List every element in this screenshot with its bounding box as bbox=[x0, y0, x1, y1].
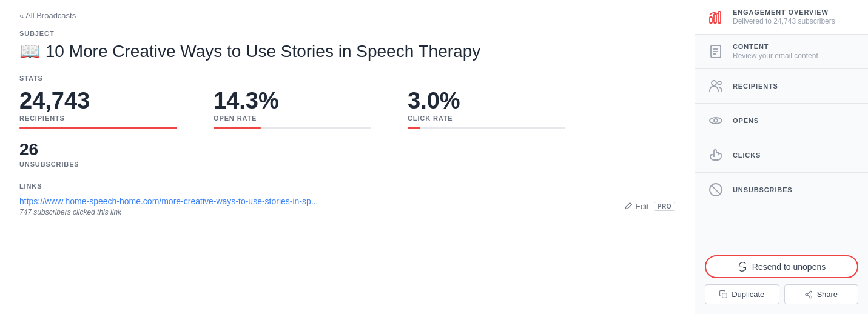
svg-line-12 bbox=[712, 185, 720, 194]
click-rate-value: 3.0% bbox=[408, 89, 565, 112]
svg-point-16 bbox=[810, 296, 812, 298]
sidebar-item-clicks[interactable]: CLICKS bbox=[695, 138, 868, 173]
sidebar-clicks-text: CLICKS bbox=[733, 152, 761, 159]
click-rate-label: CLICK RATE bbox=[408, 115, 565, 122]
svg-rect-13 bbox=[722, 293, 727, 298]
eye-icon bbox=[707, 112, 724, 129]
unsubscribes-section: 26 UNSUBSCRIBES bbox=[19, 141, 675, 168]
duplicate-button[interactable]: Duplicate bbox=[705, 284, 779, 304]
sidebar-unsubscribes-text: UNSUBSCRIBES bbox=[733, 186, 793, 193]
click-rate-progress-track bbox=[408, 127, 565, 129]
duplicate-icon bbox=[719, 290, 728, 299]
duplicate-label: Duplicate bbox=[732, 290, 764, 299]
sidebar-item-opens[interactable]: OPENS bbox=[695, 104, 868, 138]
sidebar-bottom: Resend to unopens Duplicate Share bbox=[695, 246, 868, 314]
back-link[interactable]: All Broadcasts bbox=[19, 11, 76, 20]
share-button[interactable]: Share bbox=[784, 284, 859, 304]
sidebar-opens-title: OPENS bbox=[733, 117, 759, 124]
unsub-value: 26 bbox=[19, 141, 675, 158]
stats-label: STATS bbox=[19, 75, 675, 82]
svg-point-15 bbox=[806, 293, 808, 296]
svg-point-8 bbox=[718, 81, 721, 85]
hand-icon bbox=[707, 147, 724, 164]
sidebar-recipients-text: RECIPIENTS bbox=[733, 82, 778, 90]
recipients-progress-fill bbox=[19, 127, 177, 129]
action-buttons: Duplicate Share bbox=[705, 284, 858, 304]
svg-point-7 bbox=[712, 81, 716, 85]
open-rate-progress-track bbox=[214, 127, 371, 129]
sidebar-unsubscribes-title: UNSUBSCRIBES bbox=[733, 186, 793, 193]
svg-point-10 bbox=[714, 119, 718, 122]
share-label: Share bbox=[816, 290, 838, 299]
edit-icon bbox=[624, 202, 633, 210]
links-label: LINKS bbox=[19, 182, 675, 190]
open-rate-label: OPEN RATE bbox=[214, 115, 371, 122]
stat-click-rate: 3.0% CLICK RATE bbox=[408, 89, 565, 129]
recipients-progress-track bbox=[19, 127, 177, 129]
link-actions: Edit PRO bbox=[624, 202, 675, 211]
main-content: All Broadcasts SUBJECT 📖 10 More Creativ… bbox=[0, 0, 695, 314]
svg-rect-2 bbox=[718, 12, 721, 23]
block-icon bbox=[707, 181, 724, 198]
resend-button[interactable]: Resend to unopens bbox=[705, 255, 858, 278]
open-rate-value: 14.3% bbox=[214, 89, 371, 112]
sidebar-recipients-title: RECIPIENTS bbox=[733, 82, 778, 90]
sidebar-engagement-title: ENGAGEMENT OVERVIEW bbox=[733, 8, 835, 16]
recipients-value: 24,743 bbox=[19, 89, 177, 112]
sidebar-item-engagement[interactable]: ENGAGEMENT OVERVIEW Delivered to 24,743 … bbox=[695, 0, 868, 35]
sidebar: ENGAGEMENT OVERVIEW Delivered to 24,743 … bbox=[695, 0, 868, 314]
link-info: https://www.home-speech-home.com/more-cr… bbox=[19, 196, 318, 216]
unsub-label: UNSUBSCRIBES bbox=[19, 161, 675, 168]
resend-label: Resend to unopens bbox=[752, 262, 826, 272]
click-rate-progress-fill bbox=[408, 127, 420, 129]
email-title: 📖 10 More Creative Ways to Use Stories i… bbox=[19, 41, 675, 62]
svg-line-18 bbox=[807, 292, 810, 293]
resend-icon bbox=[738, 262, 747, 272]
subject-label: SUBJECT bbox=[19, 30, 675, 37]
sidebar-clicks-title: CLICKS bbox=[733, 152, 761, 159]
sidebar-content-text: CONTENT Review your email content bbox=[733, 43, 818, 60]
chart-icon bbox=[707, 8, 724, 25]
open-rate-progress-fill bbox=[214, 127, 261, 129]
sidebar-engagement-text: ENGAGEMENT OVERVIEW Delivered to 24,743 … bbox=[733, 8, 835, 25]
links-section: LINKS https://www.home-speech-home.com/m… bbox=[19, 182, 675, 216]
sidebar-opens-text: OPENS bbox=[733, 117, 759, 124]
svg-line-17 bbox=[807, 295, 810, 296]
edit-link[interactable]: Edit bbox=[624, 202, 648, 211]
stat-open-rate: 14.3% OPEN RATE bbox=[214, 89, 371, 129]
sidebar-content-title: CONTENT bbox=[733, 43, 818, 50]
share-icon bbox=[804, 290, 813, 299]
sidebar-item-unsubscribes[interactable]: UNSUBSCRIBES bbox=[695, 173, 868, 207]
link-row: https://www.home-speech-home.com/more-cr… bbox=[19, 196, 675, 216]
svg-rect-0 bbox=[710, 17, 712, 23]
sidebar-item-content[interactable]: CONTENT Review your email content bbox=[695, 35, 868, 69]
link-url[interactable]: https://www.home-speech-home.com/more-cr… bbox=[19, 196, 318, 206]
pro-badge: PRO bbox=[654, 202, 675, 211]
sidebar-item-recipients[interactable]: RECIPIENTS bbox=[695, 69, 868, 104]
link-meta: 747 subscribers clicked this link bbox=[19, 208, 318, 216]
people-icon bbox=[707, 78, 724, 95]
svg-rect-1 bbox=[714, 14, 716, 23]
sidebar-content-subtitle: Review your email content bbox=[733, 52, 818, 60]
sidebar-engagement-subtitle: Delivered to 24,743 subscribers bbox=[733, 17, 835, 25]
recipients-label: RECIPIENTS bbox=[19, 115, 177, 122]
stat-recipients: 24,743 RECIPIENTS bbox=[19, 89, 177, 129]
edit-label: Edit bbox=[635, 202, 648, 211]
stats-grid: 24,743 RECIPIENTS 14.3% OPEN RATE 3.0% C… bbox=[19, 89, 675, 129]
svg-point-14 bbox=[810, 291, 812, 293]
document-icon bbox=[707, 43, 724, 60]
